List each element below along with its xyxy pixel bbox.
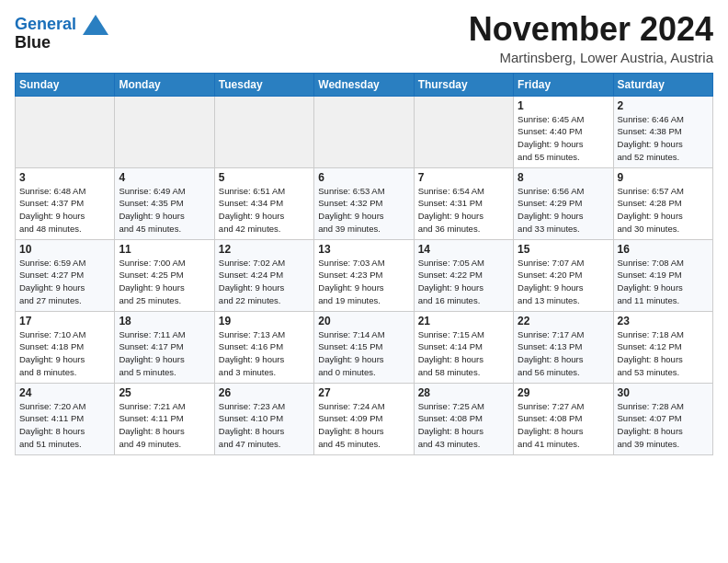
- day-number: 3: [19, 171, 110, 184]
- day-cell: [414, 96, 513, 167]
- day-number: 4: [119, 171, 210, 184]
- day-number: 5: [219, 171, 310, 184]
- day-cell: 16Sunrise: 7:08 AM Sunset: 4:19 PM Dayli…: [613, 239, 712, 311]
- day-info: Sunrise: 7:17 AM Sunset: 4:13 PM Dayligh…: [518, 328, 609, 379]
- day-number: 20: [318, 315, 409, 327]
- day-cell: 23Sunrise: 7:18 AM Sunset: 4:12 PM Dayli…: [613, 311, 712, 383]
- week-row-5: 24Sunrise: 7:20 AM Sunset: 4:11 PM Dayli…: [16, 383, 713, 454]
- day-cell: 25Sunrise: 7:21 AM Sunset: 4:11 PM Dayli…: [115, 383, 214, 454]
- logo-text: General: [15, 15, 108, 35]
- day-cell: 5Sunrise: 6:51 AM Sunset: 4:34 PM Daylig…: [214, 167, 313, 239]
- day-info: Sunrise: 6:57 AM Sunset: 4:28 PM Dayligh…: [618, 185, 709, 236]
- day-number: 9: [618, 171, 709, 184]
- day-number: 27: [318, 386, 409, 399]
- day-cell: 13Sunrise: 7:03 AM Sunset: 4:23 PM Dayli…: [314, 239, 414, 311]
- day-info: Sunrise: 6:48 AM Sunset: 4:37 PM Dayligh…: [19, 185, 110, 236]
- logo-general: General: [15, 15, 76, 33]
- day-info: Sunrise: 7:10 AM Sunset: 4:18 PM Dayligh…: [19, 328, 110, 379]
- header-row: SundayMondayTuesdayWednesdayThursdayFrid…: [16, 73, 713, 96]
- day-cell: [115, 96, 214, 167]
- day-info: Sunrise: 6:51 AM Sunset: 4:34 PM Dayligh…: [219, 185, 310, 236]
- day-cell: [314, 96, 414, 167]
- col-header-friday: Friday: [514, 73, 613, 96]
- day-number: 21: [418, 315, 509, 327]
- day-cell: 26Sunrise: 7:23 AM Sunset: 4:10 PM Dayli…: [214, 383, 313, 454]
- day-info: Sunrise: 7:28 AM Sunset: 4:07 PM Dayligh…: [618, 400, 709, 451]
- day-cell: 28Sunrise: 7:25 AM Sunset: 4:08 PM Dayli…: [414, 383, 513, 454]
- day-number: 19: [219, 315, 310, 327]
- day-cell: 14Sunrise: 7:05 AM Sunset: 4:22 PM Dayli…: [414, 239, 513, 311]
- logo-icon: [83, 15, 108, 35]
- day-info: Sunrise: 6:54 AM Sunset: 4:31 PM Dayligh…: [418, 185, 509, 236]
- day-info: Sunrise: 7:24 AM Sunset: 4:09 PM Dayligh…: [318, 400, 409, 451]
- day-number: 18: [119, 315, 210, 327]
- month-title: November 2024: [469, 11, 713, 48]
- col-header-thursday: Thursday: [414, 73, 513, 96]
- day-number: 7: [418, 171, 509, 184]
- day-number: 6: [318, 171, 409, 184]
- day-number: 29: [518, 386, 609, 399]
- day-info: Sunrise: 7:07 AM Sunset: 4:20 PM Dayligh…: [518, 257, 609, 307]
- day-info: Sunrise: 7:21 AM Sunset: 4:11 PM Dayligh…: [119, 400, 210, 451]
- day-cell: 2Sunrise: 6:46 AM Sunset: 4:38 PM Daylig…: [613, 96, 712, 167]
- day-info: Sunrise: 6:56 AM Sunset: 4:29 PM Dayligh…: [518, 185, 609, 236]
- day-number: 15: [518, 243, 609, 256]
- day-info: Sunrise: 6:53 AM Sunset: 4:32 PM Dayligh…: [318, 185, 409, 236]
- header: General Blue November 2024 Martinsberg, …: [15, 11, 713, 65]
- day-info: Sunrise: 6:59 AM Sunset: 4:27 PM Dayligh…: [19, 257, 110, 307]
- day-cell: 10Sunrise: 6:59 AM Sunset: 4:27 PM Dayli…: [16, 239, 115, 311]
- day-number: 28: [418, 386, 509, 399]
- day-cell: 11Sunrise: 7:00 AM Sunset: 4:25 PM Dayli…: [115, 239, 214, 311]
- day-cell: 4Sunrise: 6:49 AM Sunset: 4:35 PM Daylig…: [115, 167, 214, 239]
- week-row-1: 1Sunrise: 6:45 AM Sunset: 4:40 PM Daylig…: [16, 96, 713, 167]
- week-row-3: 10Sunrise: 6:59 AM Sunset: 4:27 PM Dayli…: [16, 239, 713, 311]
- day-cell: 19Sunrise: 7:13 AM Sunset: 4:16 PM Dayli…: [214, 311, 313, 383]
- day-info: Sunrise: 6:49 AM Sunset: 4:35 PM Dayligh…: [119, 185, 210, 236]
- day-number: 12: [219, 243, 310, 256]
- day-info: Sunrise: 7:13 AM Sunset: 4:16 PM Dayligh…: [219, 328, 310, 379]
- day-cell: 7Sunrise: 6:54 AM Sunset: 4:31 PM Daylig…: [414, 167, 513, 239]
- day-info: Sunrise: 7:02 AM Sunset: 4:24 PM Dayligh…: [219, 257, 310, 307]
- day-info: Sunrise: 7:05 AM Sunset: 4:22 PM Dayligh…: [418, 257, 509, 307]
- day-info: Sunrise: 7:08 AM Sunset: 4:19 PM Dayligh…: [618, 257, 709, 307]
- col-header-monday: Monday: [115, 73, 214, 96]
- logo: General Blue: [15, 15, 108, 52]
- day-cell: [214, 96, 313, 167]
- day-cell: 3Sunrise: 6:48 AM Sunset: 4:37 PM Daylig…: [16, 167, 115, 239]
- day-cell: 21Sunrise: 7:15 AM Sunset: 4:14 PM Dayli…: [414, 311, 513, 383]
- day-cell: 30Sunrise: 7:28 AM Sunset: 4:07 PM Dayli…: [613, 383, 712, 454]
- day-info: Sunrise: 7:03 AM Sunset: 4:23 PM Dayligh…: [318, 257, 409, 307]
- day-number: 17: [19, 315, 110, 327]
- day-cell: 27Sunrise: 7:24 AM Sunset: 4:09 PM Dayli…: [314, 383, 414, 454]
- day-info: Sunrise: 7:15 AM Sunset: 4:14 PM Dayligh…: [418, 328, 509, 379]
- day-number: 11: [119, 243, 210, 256]
- calendar-table: SundayMondayTuesdayWednesdayThursdayFrid…: [15, 73, 713, 455]
- logo-blue: Blue: [15, 33, 108, 52]
- col-header-sunday: Sunday: [16, 73, 115, 96]
- col-header-wednesday: Wednesday: [314, 73, 414, 96]
- day-number: 1: [518, 99, 609, 112]
- day-cell: 22Sunrise: 7:17 AM Sunset: 4:13 PM Dayli…: [514, 311, 613, 383]
- day-info: Sunrise: 7:27 AM Sunset: 4:08 PM Dayligh…: [518, 400, 609, 451]
- day-cell: 1Sunrise: 6:45 AM Sunset: 4:40 PM Daylig…: [514, 96, 613, 167]
- week-row-4: 17Sunrise: 7:10 AM Sunset: 4:18 PM Dayli…: [16, 311, 713, 383]
- location: Martinsberg, Lower Austria, Austria: [469, 50, 713, 65]
- day-cell: 12Sunrise: 7:02 AM Sunset: 4:24 PM Dayli…: [214, 239, 313, 311]
- col-header-saturday: Saturday: [613, 73, 712, 96]
- day-cell: 24Sunrise: 7:20 AM Sunset: 4:11 PM Dayli…: [16, 383, 115, 454]
- day-number: 13: [318, 243, 409, 256]
- day-info: Sunrise: 7:23 AM Sunset: 4:10 PM Dayligh…: [219, 400, 310, 451]
- day-info: Sunrise: 7:11 AM Sunset: 4:17 PM Dayligh…: [119, 328, 210, 379]
- day-info: Sunrise: 7:18 AM Sunset: 4:12 PM Dayligh…: [618, 328, 709, 379]
- day-cell: 17Sunrise: 7:10 AM Sunset: 4:18 PM Dayli…: [16, 311, 115, 383]
- day-cell: 6Sunrise: 6:53 AM Sunset: 4:32 PM Daylig…: [314, 167, 414, 239]
- day-cell: [16, 96, 115, 167]
- day-number: 22: [518, 315, 609, 327]
- svg-marker-0: [83, 15, 108, 35]
- day-number: 10: [19, 243, 110, 256]
- day-cell: 8Sunrise: 6:56 AM Sunset: 4:29 PM Daylig…: [514, 167, 613, 239]
- day-number: 24: [19, 386, 110, 399]
- day-cell: 15Sunrise: 7:07 AM Sunset: 4:20 PM Dayli…: [514, 239, 613, 311]
- day-info: Sunrise: 6:46 AM Sunset: 4:38 PM Dayligh…: [618, 113, 709, 164]
- day-number: 14: [418, 243, 509, 256]
